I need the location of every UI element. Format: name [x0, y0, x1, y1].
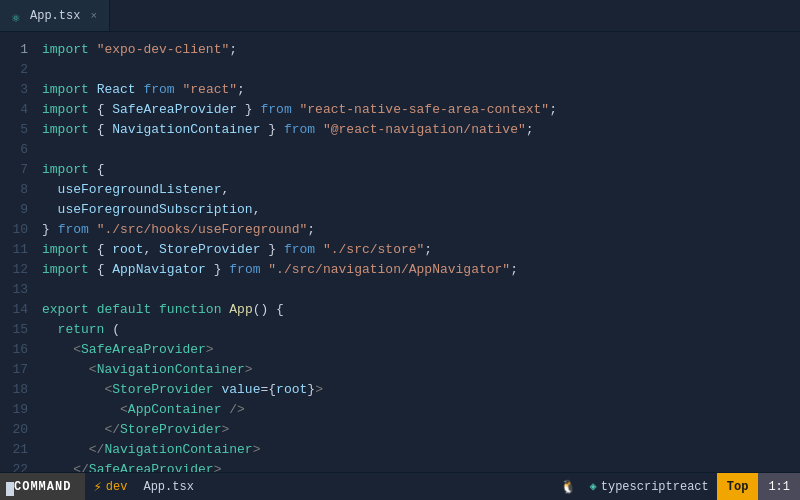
line-num-19: 19 [0, 400, 38, 420]
code-line-12: import { AppNavigator } from "./src/navi… [42, 260, 800, 280]
react-icon: ⚛ [12, 10, 24, 22]
code-line-8: useForegroundListener, [42, 180, 800, 200]
git-branch: dev [106, 480, 128, 494]
line-num-16: 16 [0, 340, 38, 360]
tab-bar: ⚛ App.tsx × [0, 0, 800, 32]
code-line-9: useForegroundSubscription, [42, 200, 800, 220]
status-right-section: 🐧 ◈ typescriptreact Top 1:1 [550, 473, 800, 500]
app-tsx-tab[interactable]: ⚛ App.tsx × [0, 0, 110, 31]
editor: 1 2 3 4 5 6 7 8 9 10 11 12 13 14 15 16 1… [0, 32, 800, 472]
code-line-15: return ( [42, 320, 800, 340]
status-file-label: App.tsx [143, 480, 193, 494]
git-info: ⚡ dev [85, 473, 135, 500]
line-num-4: 4 [0, 100, 38, 120]
line-num-2: 2 [0, 60, 38, 80]
code-line-4: import { SafeAreaProvider } from "react-… [42, 100, 800, 120]
code-line-11: import { root, StoreProvider } from "./s… [42, 240, 800, 260]
line-num-18: 18 [0, 380, 38, 400]
status-filename: App.tsx [135, 473, 201, 500]
code-line-6 [42, 140, 800, 160]
tab-close-button[interactable]: × [90, 10, 97, 22]
terminal-cursor [6, 482, 14, 496]
line-num-9: 9 [0, 200, 38, 220]
line-num-5: 5 [0, 120, 38, 140]
code-line-17: <NavigationContainer> [42, 360, 800, 380]
line-num-21: 21 [0, 440, 38, 460]
line-numbers: 1 2 3 4 5 6 7 8 9 10 11 12 13 14 15 16 1… [0, 32, 38, 472]
code-line-3: import React from "react"; [42, 80, 800, 100]
code-line-16: <SafeAreaProvider> [42, 340, 800, 360]
status-bar: COMMAND ⚡ dev App.tsx 🐧 ◈ typescriptreac… [0, 472, 800, 500]
code-line-7: import { [42, 160, 800, 180]
line-num-17: 17 [0, 360, 38, 380]
line-num-8: 8 [0, 180, 38, 200]
line-num-10: 10 [0, 220, 38, 240]
line-num-13: 13 [0, 280, 38, 300]
line-num-22: 22 [0, 460, 38, 472]
code-line-21: </NavigationContainer> [42, 440, 800, 460]
git-icon: ⚡ [93, 478, 101, 495]
code-line-10: } from "./src/hooks/useForeground"; [42, 220, 800, 240]
line-num-11: 11 [0, 240, 38, 260]
cursor-position: 1:1 [758, 473, 800, 500]
ts-icon: ◈ [586, 479, 601, 494]
line-num-1: 1 [0, 40, 38, 60]
code-line-5: import { NavigationContainer } from "@re… [42, 120, 800, 140]
code-line-1: import "expo-dev-client"; [42, 40, 800, 60]
ts-label: typescriptreact [601, 480, 717, 494]
code-line-22: </SafeAreaProvider> [42, 460, 800, 472]
code-area[interactable]: import "expo-dev-client"; import React f… [38, 32, 800, 472]
line-num-15: 15 [0, 320, 38, 340]
line-num-20: 20 [0, 420, 38, 440]
code-line-20: </StoreProvider> [42, 420, 800, 440]
scroll-position-top: Top [717, 473, 759, 500]
line-num-7: 7 [0, 160, 38, 180]
line-num-12: 12 [0, 260, 38, 280]
code-line-14: export default function App() { [42, 300, 800, 320]
line-num-14: 14 [0, 300, 38, 320]
tab-filename: App.tsx [30, 9, 80, 23]
line-num-6: 6 [0, 140, 38, 160]
line-num-3: 3 [0, 80, 38, 100]
code-line-19: <AppContainer /> [42, 400, 800, 420]
code-line-18: <StoreProvider value={root}> [42, 380, 800, 400]
code-line-13 [42, 280, 800, 300]
code-line-2 [42, 60, 800, 80]
linux-icon: 🐧 [550, 479, 586, 495]
